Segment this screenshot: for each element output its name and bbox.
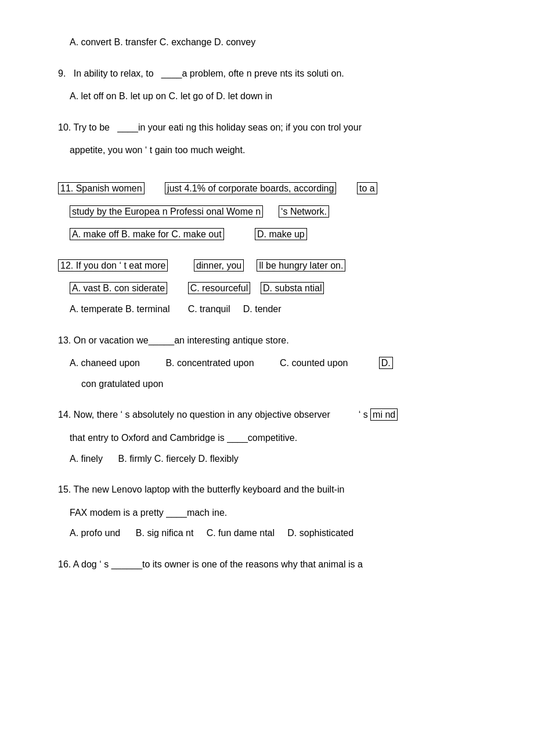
q10-number: 10. [58, 122, 73, 132]
q12-line1: 12. If you don ‘ t eat more dinner, you … [58, 258, 488, 273]
q8-options-text: A. convert B. transfer C. exchange D. co… [70, 37, 255, 47]
q12-spacer2 [247, 261, 254, 270]
q15-options: A. profo und B. sig nifica nt C. fun dam… [70, 526, 488, 541]
q12-options2-text: A. temperate B. terminal C. tranquil D. … [70, 304, 282, 314]
q10-block: 10. Try to be ____in your eati ng this h… [58, 120, 488, 158]
q10-question: 10. Try to be ____in your eati ng this h… [58, 120, 488, 135]
q13-text: On or vacation we_____an interesting ant… [74, 335, 289, 345]
q15-text2: FAX modem is a pretty ____mach ine. [70, 508, 227, 518]
q8-options-block: A. convert B. transfer C. exchange D. co… [58, 35, 488, 50]
q11-spacer3 [266, 207, 276, 216]
q13-question: 13. On or vacation we_____an interesting… [58, 333, 488, 348]
q13-d-box: D. [379, 357, 393, 369]
q12-ab-box: A. vast B. con siderate [70, 282, 167, 294]
q13-number: 13. [58, 335, 74, 345]
q15-line2: FAX modem is a pretty ____mach ine. [70, 505, 488, 520]
q9-options: A. let off on B. let up on C. let go of … [70, 89, 488, 104]
q14-mind-box: mi nd [370, 408, 398, 421]
q11-options-d-box: D. make up [255, 228, 307, 240]
q13-congratulated: con gratulated upon [81, 379, 163, 389]
q15-block: 15. The new Lenovo laptop with the butte… [58, 482, 488, 541]
q11-study-box: study by the Europea n Professi onal Wom… [70, 205, 263, 218]
q9-question: 9. In ability to relax, to ____a problem… [58, 66, 488, 81]
q12-dinner-box: dinner, you [194, 259, 244, 272]
q15-options-text: A. profo und B. sig nifica nt C. fun dam… [70, 528, 353, 538]
q11-spacer2 [339, 183, 355, 193]
q11-line1: 11. Spanish women just 4.1% of corporate… [58, 181, 488, 196]
q15-line1: 15. The new Lenovo laptop with the butte… [58, 482, 488, 497]
q9-options-text: A. let off on B. let up on C. let go of … [70, 91, 272, 101]
q9-block: 9. In ability to relax, to ____a problem… [58, 66, 488, 104]
q11-options-box: A. make off B. make for C. make out [70, 228, 224, 240]
q12-spacer [171, 261, 192, 270]
q12-spacer4 [253, 283, 258, 293]
q12-spacer3 [170, 283, 186, 293]
q11-spacer4 [226, 229, 252, 239]
q15-number: 15. [58, 484, 73, 494]
q10-text2: appetite, you won ‘ t gain too much weig… [70, 143, 488, 158]
q12-c-box: C. resourceful [188, 282, 251, 294]
q14-s: ‘ s [359, 410, 370, 419]
q13-block: 13. On or vacation we_____an interesting… [58, 333, 488, 392]
q12-number-box: 12. If you don ‘ t eat more [58, 259, 168, 272]
q11-block: 11. Spanish women just 4.1% of corporate… [58, 181, 488, 242]
q14-options-text: A. finely B. firmly C. fiercely D. flexi… [70, 454, 239, 464]
q13-options-text: A. chaneed upon B. concentrated upon C. … [70, 358, 376, 368]
q13-options: A. chaneed upon B. concentrated upon C. … [70, 356, 488, 371]
q14-number: 14. [58, 410, 74, 419]
q12-block: 12. If you don ‘ t eat more dinner, you … [58, 258, 488, 317]
q14-options: A. finely B. firmly C. fiercely D. flexi… [70, 451, 488, 466]
q11-part3-box: to a [357, 182, 377, 194]
q12-hungry-box: ll be hungry later on. [257, 259, 345, 272]
q11-options: A. make off B. make for C. make out D. m… [70, 227, 488, 242]
q11-line2: study by the Europea n Professi onal Wom… [70, 204, 488, 219]
q16-line1: 16. A dog ‘ s ______to its owner is one … [58, 557, 488, 572]
q14-block: 14. Now, there ‘ s absolutely no questio… [58, 407, 488, 466]
q8-options: A. convert B. transfer C. exchange D. co… [70, 35, 488, 50]
q16-block: 16. A dog ‘ s ______to its owner is one … [58, 557, 488, 572]
q16-number: 16. [58, 559, 73, 569]
q11-part2-box: just 4.1% of corporate boards, according [165, 182, 336, 194]
q12-options2: A. temperate B. terminal C. tranquil D. … [70, 302, 488, 317]
q14-line1: 14. Now, there ‘ s absolutely no questio… [58, 407, 488, 422]
q12-options1: A. vast B. con siderate C. resourceful D… [70, 281, 488, 296]
q11-spacer [147, 183, 163, 193]
q11-number-box: 11. Spanish women [58, 182, 145, 194]
q16-text: A dog ‘ s ______to its owner is one of t… [73, 559, 363, 569]
q10-text: Try to be ____in your eati ng this holid… [73, 122, 362, 132]
q9-number: 9. [58, 68, 74, 78]
q14-line2: that entry to Oxford and Cambridge is __… [70, 431, 488, 446]
q9-text: In ability to relax, to ____a problem, o… [74, 68, 344, 78]
q14-text2: that entry to Oxford and Cambridge is __… [70, 433, 297, 443]
q15-text: The new Lenovo laptop with the butterfly… [73, 484, 344, 494]
q13-d-text: con gratulated upon [81, 377, 488, 392]
q14-text1: Now, there ‘ s absolutely no question in… [74, 410, 356, 419]
q10-continuation: appetite, you won ‘ t gain too much weig… [70, 145, 245, 155]
q11-network-box: ‘s Network. [279, 205, 329, 218]
q12-d-box: D. substa ntial [261, 282, 324, 294]
